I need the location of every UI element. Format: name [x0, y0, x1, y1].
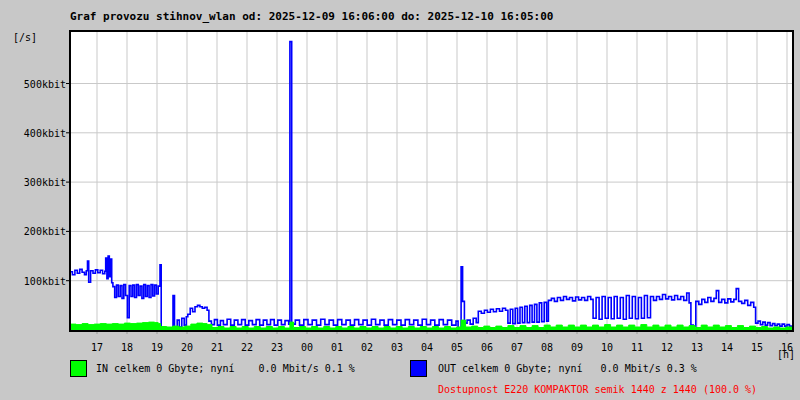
x-tick-label: 19 — [151, 342, 163, 353]
x-tick-label: 13 — [691, 342, 703, 353]
x-tick-label: 11 — [631, 342, 643, 353]
x-tick-label: 08 — [541, 342, 553, 353]
x-axis-unit-label: [h] — [777, 349, 795, 360]
mrtg-traffic-graph-page: Graf provozu stihnov_wlan od: 2025-12-09… — [0, 0, 800, 400]
y-tick-label: 400kbit — [24, 128, 66, 139]
x-tick-label: 06 — [481, 342, 493, 353]
y-tick-label: 300kbit — [24, 177, 66, 188]
legend-in-label: IN celkem 0 Gbyte; nyní 0.0 Mbit/s 0.1 % — [96, 363, 355, 374]
x-tick-label: 07 — [511, 342, 523, 353]
y-tick-label: 500kbit — [24, 79, 66, 90]
x-tick-label: 17 — [91, 342, 103, 353]
x-tick-label: 01 — [331, 342, 343, 353]
x-tick-label: 05 — [451, 342, 463, 353]
traffic-chart: 500kbit400kbit300kbit200kbit100kbit17181… — [0, 0, 800, 400]
x-tick-label: 09 — [571, 342, 583, 353]
x-tick-label: 15 — [751, 342, 763, 353]
x-tick-label: 02 — [361, 342, 373, 353]
x-tick-label: 10 — [601, 342, 613, 353]
x-tick-label: 23 — [271, 342, 283, 353]
x-tick-label: 21 — [211, 342, 223, 353]
x-tick-label: 20 — [181, 342, 193, 353]
legend-out-swatch — [410, 360, 427, 377]
plot-area — [70, 31, 793, 331]
x-tick-label: 03 — [391, 342, 403, 353]
x-tick-label: 14 — [721, 342, 733, 353]
legend-in-swatch — [70, 360, 87, 377]
x-tick-label: 18 — [121, 342, 133, 353]
x-tick-label: 00 — [301, 342, 313, 353]
y-tick-label: 100kbit — [24, 276, 66, 287]
x-tick-label: 22 — [241, 342, 253, 353]
legend-out-label: OUT celkem 0 Gbyte; nyní 0.0 Mbit/s 0.3 … — [438, 363, 697, 374]
x-tick-label: 04 — [421, 342, 433, 353]
availability-text: Dostupnost E220 KOMPAKTOR semik 1440 z 1… — [438, 384, 757, 395]
y-tick-label: 200kbit — [24, 226, 66, 237]
x-tick-label: 12 — [661, 342, 673, 353]
